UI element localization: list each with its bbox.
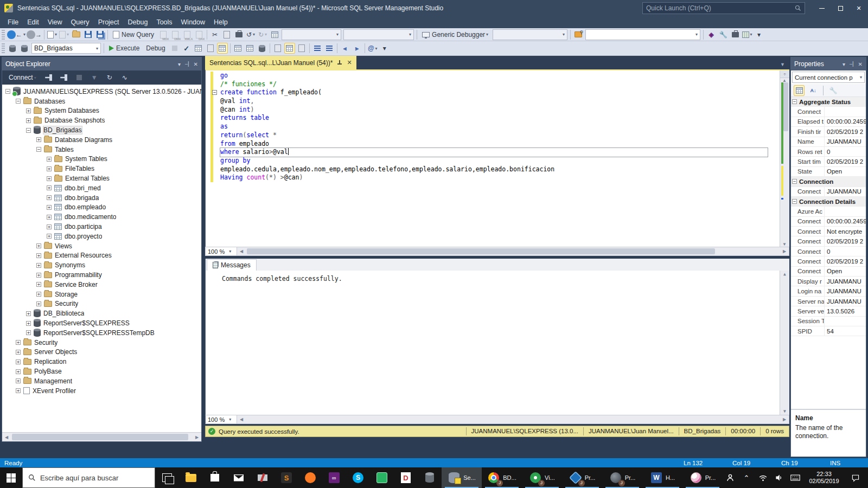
taskbar-search-input[interactable]: Escribe aquí para buscar: [22, 467, 155, 488]
wrench-button[interactable]: 🔧: [718, 29, 729, 40]
property-row[interactable]: Server naJUANMANU: [791, 297, 866, 306]
pin-icon[interactable]: ⎯|: [185, 61, 189, 67]
web-browser-button[interactable]: ▾: [742, 29, 752, 40]
tree-item[interactable]: +FileTables: [2, 164, 201, 174]
tree-item[interactable]: +dbo.empleado: [2, 203, 201, 213]
increase-indent-button[interactable]: ⪢: [352, 43, 362, 54]
template-parameters-button[interactable]: [193, 43, 204, 54]
tree-item[interactable]: +Management: [2, 376, 201, 386]
categorized-button[interactable]: [794, 85, 805, 96]
property-row[interactable]: Server ve13.0.5026: [791, 306, 866, 316]
tree-expander-icon[interactable]: +: [47, 234, 52, 239]
generic-debugger-dropdown[interactable]: Generic Debugger▾: [419, 29, 491, 40]
tree-expander-icon[interactable]: +: [26, 311, 31, 316]
tree-item[interactable]: +Server Objects: [2, 348, 201, 357]
filter-icon[interactable]: ▼: [89, 72, 100, 83]
property-row[interactable]: ConnectJUANMANU: [791, 187, 866, 197]
toolbar2-overflow-button[interactable]: ▾: [379, 43, 390, 54]
scroll-left-icon[interactable]: ◀: [237, 247, 246, 255]
skype-button[interactable]: S: [346, 467, 370, 488]
execute-button[interactable]: Execute: [106, 43, 142, 54]
messages-zoom-combo[interactable]: 100 %▾: [206, 415, 237, 423]
pin-icon[interactable]: [337, 60, 342, 66]
connect-button[interactable]: Connect▾: [6, 72, 39, 83]
action-center-button[interactable]: [845, 467, 866, 488]
toolbar-grip[interactable]: [2, 30, 5, 40]
connect-database-button[interactable]: [7, 43, 18, 54]
tree-item[interactable]: +External Resources: [2, 251, 201, 261]
tree-expander-icon[interactable]: +: [47, 166, 52, 171]
nav-back-button[interactable]: ←▾: [7, 29, 25, 40]
tree-item[interactable]: +Synonyms: [2, 260, 201, 270]
tree-item[interactable]: +System Tables: [2, 155, 201, 164]
menu-item-query[interactable]: Query: [67, 17, 94, 28]
menu-item-help[interactable]: Help: [209, 17, 232, 28]
collapse-minus-icon[interactable]: −: [792, 199, 797, 204]
tree-item[interactable]: +Programmability: [2, 270, 201, 280]
tree-expander-icon[interactable]: −: [36, 147, 41, 152]
property-row[interactable]: Login naJUANMANU: [791, 286, 866, 296]
tree-item[interactable]: −JUANMANUEL\SQLEXPRESS (SQL Server 13.0.…: [2, 87, 201, 97]
editor-zoom-combo[interactable]: 100 %▾: [206, 247, 237, 255]
paste-button[interactable]: [233, 29, 244, 40]
object-explorer-hscrollbar[interactable]: ◀ ▶: [2, 432, 201, 441]
tree-item[interactable]: +dbo.participa: [2, 222, 201, 232]
cut-button[interactable]: ✂: [209, 29, 220, 40]
tree-expander-icon[interactable]: +: [16, 350, 21, 355]
collapse-minus-icon[interactable]: −: [212, 90, 217, 95]
property-pages-button[interactable]: 🔧: [828, 85, 839, 96]
decrease-indent-button[interactable]: ⪡: [340, 43, 350, 54]
scroll-right-icon[interactable]: ▶: [193, 433, 201, 441]
close-button[interactable]: ✕: [850, 0, 868, 16]
tree-expander-icon[interactable]: +: [16, 359, 21, 364]
taskbar-ssms-button[interactable]: Se...: [442, 467, 482, 488]
disconnect-icon[interactable]: [59, 72, 69, 83]
tree-expander-icon[interactable]: +: [47, 185, 52, 190]
live-query-stats-button[interactable]: [245, 43, 256, 54]
property-row[interactable]: SPID54: [791, 326, 866, 336]
taskbar-clock[interactable]: 22:33 02/05/2019: [804, 471, 844, 485]
menu-item-view[interactable]: View: [43, 17, 67, 28]
tree-item[interactable]: +dbo.brigada: [2, 193, 201, 203]
start-button[interactable]: [0, 467, 22, 488]
tree-item[interactable]: +XEvent Profiler: [2, 386, 201, 396]
scroll-right-icon[interactable]: ▶: [780, 247, 789, 255]
sublime-text-button[interactable]: S: [275, 467, 298, 488]
find-combo[interactable]: ▾: [585, 29, 700, 40]
activity-monitor-icon[interactable]: ∿: [119, 72, 130, 83]
debug-button[interactable]: Debug: [143, 43, 168, 54]
scroll-left-icon[interactable]: ◀: [2, 433, 11, 441]
menu-item-edit[interactable]: Edit: [23, 17, 43, 28]
tree-item[interactable]: +Database Diagrams: [2, 135, 201, 145]
tree-expander-icon[interactable]: +: [16, 388, 21, 393]
alphabetical-button[interactable]: A↓: [808, 85, 819, 96]
tree-item[interactable]: −BD_Brigadas: [2, 125, 201, 135]
results-to-text-button[interactable]: [272, 43, 283, 54]
new-query-button[interactable]: New Query: [110, 29, 157, 40]
tree-expander-icon[interactable]: +: [26, 330, 31, 335]
wifi-icon[interactable]: [755, 467, 770, 488]
toolbar-grip[interactable]: [2, 43, 5, 53]
minimize-button[interactable]: [813, 0, 831, 16]
database-combo[interactable]: BD_Brigadas▾: [31, 43, 101, 54]
close-icon[interactable]: ✕: [194, 61, 198, 67]
open-file-button[interactable]: [71, 29, 81, 40]
vs-extension-button[interactable]: ◈: [706, 29, 717, 40]
debug-platform-combo[interactable]: ▾: [493, 29, 567, 40]
tree-item[interactable]: +Database Snapshots: [2, 115, 201, 125]
taskbar-chrome-button[interactable]: JBD...: [482, 467, 522, 488]
tree-item[interactable]: +System Databases: [2, 106, 201, 116]
tree-expander-icon[interactable]: +: [36, 253, 41, 258]
taskbar-blue-button[interactable]: JPr...: [562, 467, 602, 488]
stop-icon[interactable]: [74, 72, 85, 83]
property-category-row[interactable]: −Aggregate Status: [791, 97, 866, 107]
tree-item[interactable]: +dbo.proyecto: [2, 232, 201, 241]
tree-item[interactable]: +DB_Biblioteca: [2, 309, 201, 318]
save-all-button[interactable]: [94, 29, 105, 40]
property-category-row[interactable]: −Connection Details: [791, 197, 866, 207]
tree-item[interactable]: −Databases: [2, 97, 201, 106]
menu-item-tools[interactable]: Tools: [152, 17, 176, 28]
intellisense-enabled-button[interactable]: [217, 43, 228, 54]
menu-item-window[interactable]: Window: [177, 17, 209, 28]
editor-vscrollbar[interactable]: ÷ ▲ ▼: [780, 70, 789, 247]
